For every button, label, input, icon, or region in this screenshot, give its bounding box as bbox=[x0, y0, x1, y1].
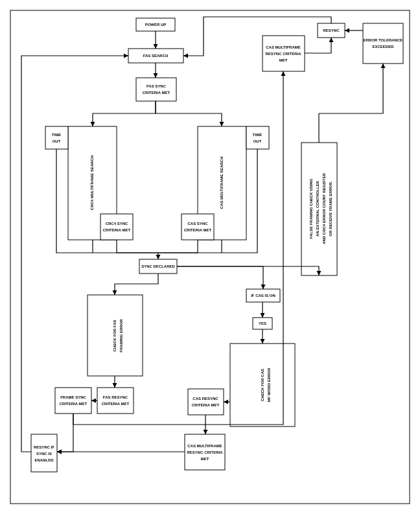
node-fas-sync-met bbox=[136, 78, 176, 101]
label-crm1: CAS RESYNC bbox=[192, 397, 218, 401]
label-yes: YES bbox=[259, 321, 266, 325]
label-ccm1: CHECK FOR CAS bbox=[261, 369, 264, 401]
label-rie1: RESYNC IF bbox=[34, 445, 54, 449]
label-cmrt1: CAS MULTIFRAME bbox=[266, 45, 301, 49]
label-resync: RESYNC bbox=[323, 29, 340, 32]
label-timeout-l2: OUT bbox=[52, 139, 61, 143]
svg-rect-0 bbox=[10, 10, 410, 504]
label-cmrb3: MET bbox=[201, 457, 209, 461]
label-crc4-sync1: CRC4 SYNC bbox=[106, 222, 128, 226]
node-timeout-right bbox=[246, 126, 269, 149]
label-ccm2: MF WORD ERROR bbox=[267, 368, 271, 402]
label-check-fas1: CHECK FOR FAS bbox=[113, 320, 117, 351]
label-ff2: AN EXTERNAL CONTROLLER bbox=[316, 180, 320, 237]
label-cmrt2: RESYNC CRITERIA bbox=[265, 52, 301, 56]
label-et2: EXCEEDED bbox=[372, 45, 394, 49]
label-fas-resync1: FAS RESYNC bbox=[103, 395, 128, 399]
node-fas-resync-met bbox=[97, 388, 134, 414]
label-ff4: OR RECEIVE FRAME ERROR. bbox=[329, 181, 332, 236]
label-frame-sync1: FRAME SYNC bbox=[60, 395, 86, 399]
label-check-fas2: FRAMING ERROR bbox=[119, 319, 123, 353]
label-et1: ERROR TOLERANCE bbox=[364, 38, 403, 42]
label-cmrb2: RESYNC CRITERIA bbox=[187, 450, 223, 454]
label-ifcas: IF CAS IS ON bbox=[251, 294, 275, 298]
label-crc4-search: CRC4 MULTIFRAME SEARCH bbox=[90, 156, 94, 210]
node-timeout-left bbox=[45, 126, 68, 149]
label-crc4-sync2: CRITERIA MET bbox=[103, 228, 131, 232]
label-powerup: POWER UP bbox=[145, 23, 167, 27]
label-ff3: AND CRC4 ERROR COUNT REGISTER bbox=[322, 173, 326, 244]
label-crm2: CRITERIA MET bbox=[192, 403, 220, 407]
label-rie3: ENABLED bbox=[34, 458, 54, 462]
label-cas-search: CAS MULTIFRAME SEARCH bbox=[220, 157, 224, 209]
label-ff1: FALSE FRAMING CHECK USING bbox=[309, 178, 313, 239]
label-timeout-r1: TIME bbox=[253, 133, 262, 137]
label-cmrt3: MET bbox=[279, 58, 288, 62]
label-cas-sync1: CAS SYNC bbox=[187, 222, 208, 226]
label-fas-search: FAS SEARCH bbox=[143, 54, 169, 58]
flowchart: POWER UP FAS SEARCH FAS SYNC CRITERIA ME… bbox=[0, 0, 420, 514]
label-fas-resync2: CRITERIA MET bbox=[102, 402, 130, 406]
label-timeout-l1: TIME bbox=[52, 133, 61, 137]
node-cas-sync-met bbox=[181, 214, 214, 240]
node-frame-sync-met bbox=[55, 388, 91, 414]
node-err-tol bbox=[363, 23, 403, 64]
node-cas-resync-met bbox=[188, 389, 224, 415]
label-sync-declared: SYNC DECLARED bbox=[141, 264, 175, 268]
label-rie2: SYNC IS bbox=[36, 452, 52, 456]
label-timeout-r2: OUT bbox=[253, 139, 262, 143]
node-crc4-sync-met bbox=[100, 214, 133, 240]
label-cas-sync2: CRITERIA MET bbox=[184, 228, 212, 232]
label-frame-sync2: CRITERIA MET bbox=[60, 402, 88, 406]
label-fas-sync-met-2: CRITERIA MET bbox=[143, 91, 170, 95]
label-fas-sync-met-1: FAS SYNC bbox=[146, 84, 167, 88]
label-cmrb1: CAS MULTIFRAME bbox=[187, 444, 222, 448]
